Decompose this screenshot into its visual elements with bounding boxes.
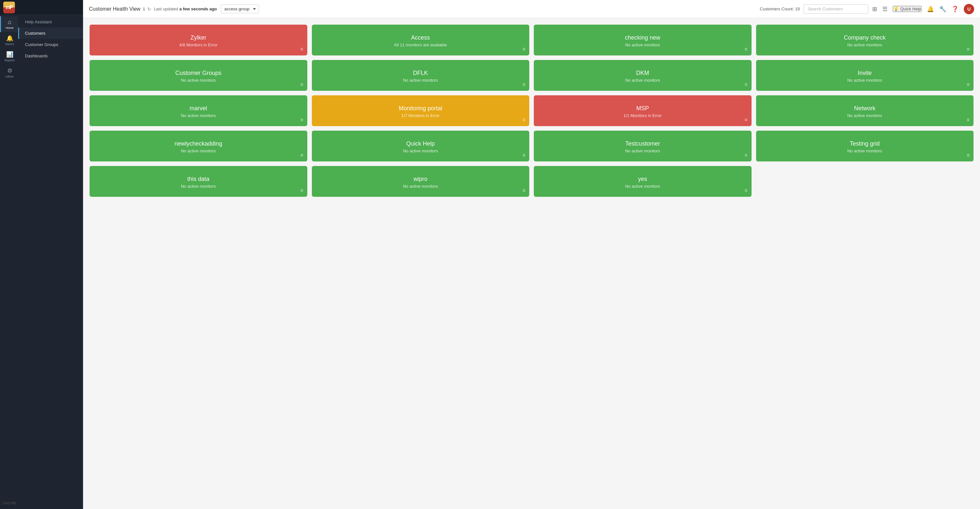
customer-card-name: this data <box>187 176 209 182</box>
customer-card[interactable]: Testing grid No active monitors ≡ <box>756 131 974 162</box>
card-menu-icon[interactable]: ≡ <box>967 117 970 123</box>
customer-card-status: No active monitors <box>847 113 882 118</box>
customer-card[interactable]: Monitoring portal 1/7 Monitors in Error … <box>312 95 530 126</box>
customer-card[interactable]: yes No active monitors ≡ <box>534 166 752 197</box>
sidebar-links: Help AssistantCustomersCustomer GroupsDa… <box>18 15 83 62</box>
customer-card[interactable]: Testcustomer No active monitors ≡ <box>534 131 752 162</box>
main-content: Customer Health View ℹ ↻ Last updated a … <box>83 0 980 509</box>
card-menu-icon[interactable]: ≡ <box>300 82 303 87</box>
alarms-icon: 🔔 <box>6 35 13 42</box>
card-menu-icon[interactable]: ≡ <box>522 46 525 52</box>
sidebar-item-admin[interactable]: ⚙ Admin <box>0 65 18 81</box>
customer-card-status: No active monitors <box>625 43 660 48</box>
customer-card[interactable]: MSP 1/1 Monitors in Error ≡ <box>534 95 752 126</box>
group-select[interactable]: access group all groups <box>221 5 259 13</box>
customer-card-status: No active monitors <box>625 149 660 153</box>
search-input[interactable] <box>803 4 869 14</box>
customer-card-status: No active monitors <box>847 149 882 153</box>
card-menu-icon[interactable]: ≡ <box>967 152 970 158</box>
card-menu-icon[interactable]: ≡ <box>967 46 970 52</box>
wrench-icon[interactable]: 🔧 <box>939 5 946 13</box>
customer-card-name: Company check <box>844 34 886 41</box>
customer-card[interactable]: DKM No active monitors ≡ <box>534 60 752 91</box>
sidebar-item-alarms[interactable]: 🔔 Alarms <box>0 32 18 48</box>
filter-icon[interactable]: ☰ <box>882 5 888 13</box>
customer-card-name: Invite <box>858 70 872 76</box>
card-menu-icon[interactable]: ≡ <box>745 152 747 158</box>
sidebar-link-customers[interactable]: Customers <box>18 27 83 39</box>
customer-card[interactable]: this data No active monitors ≡ <box>89 166 307 197</box>
customer-card[interactable]: Network No active monitors ≡ <box>756 95 974 126</box>
customer-card[interactable]: newlycheckadding No active monitors ≡ <box>89 131 307 162</box>
card-menu-icon[interactable]: ≡ <box>300 46 303 52</box>
reports-label: Reports <box>5 59 15 62</box>
customer-card-status: No active monitors <box>403 149 438 153</box>
card-menu-icon[interactable]: ≡ <box>300 152 303 158</box>
grid-view-icon[interactable]: ⊞ <box>872 5 877 13</box>
card-menu-icon[interactable]: ≡ <box>522 117 525 123</box>
help-icon[interactable]: ❓ <box>951 5 959 13</box>
card-menu-icon[interactable]: ≡ <box>300 117 303 123</box>
customer-card-name: Testing grid <box>850 140 880 147</box>
alarms-label: Alarms <box>5 43 14 46</box>
icon-nav-section: ⌂ Home 🔔 Alarms 📊 Reports ⚙ Admin <box>0 15 18 81</box>
customer-card-name: Access <box>411 34 430 41</box>
last-updated: Last updated a few seconds ago <box>154 6 217 11</box>
sidebar-link-help-assistant[interactable]: Help Assistant <box>18 16 83 27</box>
customer-card[interactable]: Quick Help No active monitors ≡ <box>312 131 530 162</box>
sidebar-item-reports[interactable]: 📊 Reports <box>0 48 18 65</box>
customer-card-name: DKM <box>636 70 649 76</box>
customer-card-name: Customer Groups <box>175 70 221 76</box>
card-menu-icon[interactable]: ≡ <box>745 82 747 87</box>
quick-help-button[interactable]: 💡 Quick Help <box>893 6 921 12</box>
topbar: Customer Health View ℹ ↻ Last updated a … <box>83 0 980 18</box>
customer-card-status: No active monitors <box>403 78 438 82</box>
card-menu-icon[interactable]: ≡ <box>522 152 525 158</box>
card-menu-icon[interactable]: ≡ <box>522 188 525 193</box>
customer-card-status: No active monitors <box>181 184 216 189</box>
info-icon[interactable]: ℹ <box>143 6 145 12</box>
customer-card-status: No active monitors <box>181 149 216 153</box>
customer-card-status: No active monitors <box>625 184 660 189</box>
sidebar-link-customer-groups[interactable]: Customer Groups <box>18 39 83 50</box>
customer-card[interactable]: Zylker 4/8 Monitors in Error ≡ <box>89 25 307 55</box>
card-menu-icon[interactable]: ≡ <box>967 82 970 87</box>
customer-card[interactable]: marvel No active monitors ≡ <box>89 95 307 126</box>
admin-icon: ⚙ <box>7 67 12 74</box>
customer-card[interactable]: checking new No active monitors ≡ <box>534 25 752 55</box>
customer-card-name: newlycheckadding <box>175 140 222 147</box>
customer-card[interactable]: Invite No active monitors ≡ <box>756 60 974 91</box>
customer-card-name: DFLK <box>413 70 428 76</box>
customer-card-name: marvel <box>189 105 207 112</box>
customer-card[interactable]: Access All 11 monitors are available ≡ <box>312 25 530 55</box>
panel-sidebar-header <box>18 0 83 15</box>
notification-icon[interactable]: 🔔 <box>927 5 934 13</box>
customer-card-status: 1/1 Monitors in Error <box>624 113 662 118</box>
customer-card-status: No active monitors <box>403 184 438 189</box>
customer-card-status: No active monitors <box>847 78 882 82</box>
card-menu-icon[interactable]: ≡ <box>745 117 747 123</box>
customer-card-name: Quick Help <box>406 140 435 147</box>
card-menu-icon[interactable]: ≡ <box>522 82 525 87</box>
customer-card[interactable]: DFLK No active monitors ≡ <box>312 60 530 91</box>
customer-card-name: checking new <box>625 34 660 41</box>
customer-card[interactable]: Customer Groups No active monitors ≡ <box>89 60 307 91</box>
sidebar-item-home[interactable]: ⌂ Home <box>0 16 18 32</box>
customer-card-status: No active monitors <box>181 78 216 82</box>
customer-card[interactable]: Company check No active monitors ≡ <box>756 25 974 55</box>
sidebar-link-dashboards[interactable]: Dashboards <box>18 50 83 62</box>
app-logo-area: mP <box>0 0 18 15</box>
card-menu-icon[interactable]: ≡ <box>745 188 747 193</box>
customer-card-status: 4/8 Monitors in Error <box>179 43 217 48</box>
card-menu-icon[interactable]: ≡ <box>300 188 303 193</box>
page-title: Customer Health View ℹ ↻ Last updated a … <box>89 6 217 12</box>
customer-card-name: yes <box>638 176 647 182</box>
card-menu-icon[interactable]: ≡ <box>745 46 747 52</box>
customer-card-name: MSP <box>636 105 649 112</box>
customer-card-status: No active monitors <box>847 43 882 48</box>
avatar[interactable]: U <box>964 4 974 14</box>
bulb-icon: 💡 <box>893 6 899 11</box>
customer-card-status: 1/7 Monitors in Error <box>401 113 440 118</box>
refresh-icon[interactable]: ↻ <box>147 6 151 12</box>
customer-card[interactable]: wipro No active monitors ≡ <box>312 166 530 197</box>
